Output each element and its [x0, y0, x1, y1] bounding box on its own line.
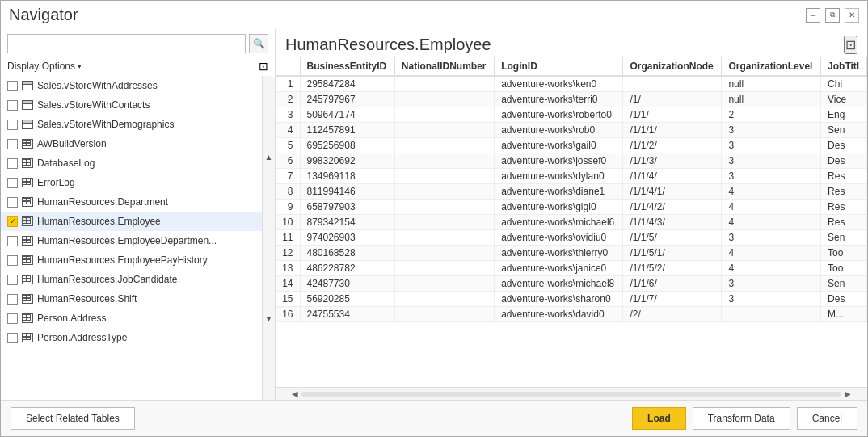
nav-item-checkbox[interactable]	[7, 158, 18, 169]
table-row: 5695256908adventure-works\gail0/1/1/2/3D…	[276, 138, 867, 153]
nav-item-checkbox[interactable]	[7, 100, 18, 111]
list-item[interactable]: Person.Address	[1, 309, 262, 328]
preview-icon: ⊡	[259, 60, 268, 73]
table-cell: 24755534	[300, 307, 394, 322]
table-cell: Des	[821, 138, 867, 153]
nav-item-checkbox[interactable]	[7, 255, 18, 266]
close-button[interactable]: ✕	[845, 8, 859, 23]
table-cell	[394, 153, 494, 169]
table-cell: /1/	[623, 92, 722, 107]
nav-item-label: Person.AddressType	[37, 332, 127, 343]
nav-item-checkbox[interactable]	[7, 139, 18, 149]
transform-data-label: Transform Data	[708, 413, 775, 424]
search-input[interactable]	[7, 34, 246, 53]
nav-item-checkbox[interactable]	[7, 216, 18, 227]
table-cell: adventure-works\gigi0	[495, 200, 623, 215]
nav-item-label: Sales.vStoreWithContacts	[37, 99, 150, 111]
column-header[interactable]: JobTitl	[821, 57, 867, 76]
nav-item-checkbox[interactable]	[7, 294, 18, 305]
nav-item-label: HumanResources.Employee	[37, 216, 161, 227]
horizontal-scrollbar[interactable]: ◀ ▶	[276, 387, 867, 400]
table-cell	[394, 261, 494, 276]
display-options-button[interactable]: Display Options ▾	[7, 61, 82, 72]
preview-toggle-button[interactable]: ⊡	[259, 60, 268, 73]
navigator-window: Navigator ─ ⧉ ✕ 🔍	[0, 0, 868, 437]
list-item[interactable]: HumanResources.JobCandidate	[1, 270, 262, 289]
table-cell: 695256908	[300, 138, 394, 153]
table-cell: 3	[722, 123, 821, 138]
table-view-button[interactable]: ⊡	[844, 36, 857, 54]
list-item[interactable]: Sales.vStoreWithDemographics	[1, 115, 262, 134]
list-item[interactable]: AWBuildVersion	[1, 134, 262, 153]
table-cell	[394, 169, 494, 184]
scroll-right-button[interactable]: ▶	[841, 388, 854, 401]
restore-button[interactable]: ⧉	[825, 8, 840, 23]
table-cell: /1/1/4/3/	[623, 215, 722, 230]
table-row: 8811994146adventure-works\diane1/1/1/4/1…	[276, 184, 867, 200]
table-cell	[623, 76, 722, 92]
nav-item-checkbox[interactable]	[7, 275, 18, 285]
view-icon	[21, 99, 34, 111]
list-item[interactable]: DatabaseLog	[1, 153, 262, 173]
transform-data-button[interactable]: Transform Data	[693, 407, 790, 430]
scroll-up-button[interactable]: ▲	[263, 76, 275, 238]
table-cell: adventure-works\gail0	[495, 138, 623, 153]
nav-item-checkbox[interactable]	[7, 81, 18, 91]
table-cell: 879342154	[300, 215, 394, 230]
nav-item-label: AWBuildVersion	[37, 138, 107, 149]
nav-item-checkbox[interactable]	[7, 197, 18, 208]
row-number-cell: 2	[276, 92, 300, 107]
table-container[interactable]: BusinessEntityIDNationalIDNumberLoginIDO…	[276, 57, 867, 387]
table-cell: adventure-works\rob0	[495, 123, 623, 138]
row-number-cell: 16	[276, 307, 300, 322]
table-cell	[394, 215, 494, 230]
table-cell: Res	[821, 200, 867, 215]
table-cell: 3	[722, 138, 821, 153]
table-cell: Eng	[821, 107, 867, 123]
table-cell: null	[722, 76, 821, 92]
table-row: 13486228782adventure-works\janice0/1/1/5…	[276, 261, 867, 276]
table-cell	[394, 276, 494, 292]
table-cell	[394, 92, 494, 107]
list-item[interactable]: HumanResources.EmployeeDepartmen...	[1, 231, 262, 250]
list-item[interactable]: HumanResources.Department	[1, 192, 262, 212]
restore-icon: ⧉	[830, 11, 835, 19]
row-number-cell: 3	[276, 107, 300, 123]
header-row: BusinessEntityIDNationalIDNumberLoginIDO…	[276, 57, 867, 76]
nav-item-checkbox[interactable]	[7, 313, 18, 324]
table-icon	[21, 254, 34, 266]
list-item[interactable]: HumanResources.Employee	[1, 212, 262, 231]
nav-item-checkbox[interactable]	[7, 333, 18, 343]
nav-item-checkbox[interactable]	[7, 178, 18, 188]
nav-item-checkbox[interactable]	[7, 120, 18, 130]
column-header[interactable]: NationalIDNumber	[394, 57, 494, 76]
load-button[interactable]: Load	[632, 407, 686, 430]
select-related-tables-button[interactable]: Select Related Tables	[11, 407, 135, 430]
column-header[interactable]: BusinessEntityID	[300, 57, 394, 76]
table-row: 1442487730adventure-works\michael8/1/1/6…	[276, 276, 867, 292]
search-button[interactable]: 🔍	[249, 34, 268, 53]
row-number-cell: 13	[276, 261, 300, 276]
column-header[interactable]: LoginID	[495, 57, 623, 76]
nav-item-label: HumanResources.Department	[37, 196, 168, 208]
cancel-button[interactable]: Cancel	[797, 407, 857, 430]
list-item[interactable]: ErrorLog	[1, 173, 262, 192]
list-item[interactable]: Sales.vStoreWithAddresses	[1, 76, 262, 95]
nav-list: Sales.vStoreWithAddressesSales.vStoreWit…	[1, 76, 262, 400]
column-header[interactable]: OrganizationLevel	[722, 57, 821, 76]
column-header[interactable]: OrganizationNode	[623, 57, 722, 76]
table-row: 7134969118adventure-works\dylan0/1/1/4/3…	[276, 169, 867, 184]
table-cell: Too	[821, 261, 867, 276]
table-row: 1556920285adventure-works\sharon0/1/1/7/…	[276, 292, 867, 307]
list-item[interactable]: HumanResources.EmployeePayHistory	[1, 250, 262, 270]
list-item[interactable]: Sales.vStoreWithContacts	[1, 95, 262, 115]
table-cell: adventure-works\jossef0	[495, 153, 623, 169]
minimize-button[interactable]: ─	[806, 8, 820, 23]
scroll-down-button[interactable]: ▼	[263, 238, 275, 401]
scroll-left-button[interactable]: ◀	[289, 388, 301, 401]
table-cell: 4	[722, 261, 821, 276]
scroll-track[interactable]	[301, 392, 841, 397]
nav-item-checkbox[interactable]	[7, 236, 18, 246]
list-item[interactable]: Person.AddressType	[1, 328, 262, 347]
list-item[interactable]: HumanResources.Shift	[1, 289, 262, 309]
